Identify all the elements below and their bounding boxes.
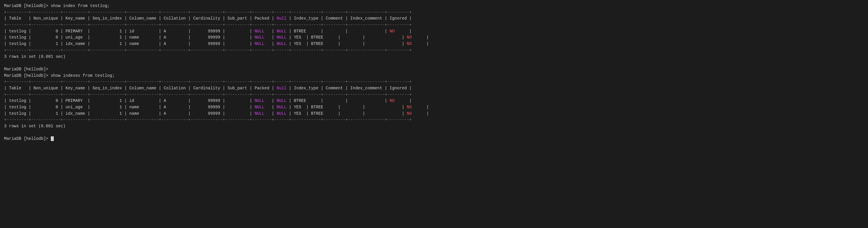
cursor-block [51,136,54,141]
table1-sep-bottom: +---------+------------+----------+-----… [4,47,864,54]
table1-sep-top: +---------+------------+----------+-----… [4,9,864,16]
blank-line-1 [4,60,864,66]
table2-row-1: | testlog | 0 | PRIMARY | 1 | id | A | 9… [4,98,864,104]
terminal-window: MariaDB [hellodb]> show index from testl… [4,3,864,142]
command-line-2: MariaDB [hellodb]> show indexes from tes… [4,73,864,79]
table1-header: | Table | Non_unique | Key_name | Seq_in… [4,15,864,22]
table2-header: | Table | Non_unique | Key_name | Seq_in… [4,85,864,92]
table2-row-3: | testlog | 1 | idx_name | 1 | name | A … [4,111,864,117]
table1-row-1: | testlog | 0 | PRIMARY | 1 | id | A | 9… [4,28,864,35]
table1-sep-header: +---------+------------+----------+-----… [4,22,864,28]
intermediate-prompt: MariaDB [hellodb]> [4,66,864,73]
row-count-2: 3 rows in set (0.001 sec) [4,123,864,130]
table2-sep-top: +---------+------------+----------+-----… [4,79,864,85]
blank-line-2 [4,130,864,136]
table1-row-3: | testlog | 1 | idx_name | 1 | name | A … [4,41,864,47]
table2-row-2: | testlog | 0 | uni_age | 1 | name | A |… [4,104,864,111]
row-count-1: 3 rows in set (0.001 sec) [4,54,864,60]
command-line-1: MariaDB [hellodb]> show index from testl… [4,3,864,9]
table1-row-2: | testlog | 0 | uni_age | 1 | name | A |… [4,34,864,41]
final-prompt[interactable]: MariaDB [hellodb]> [4,136,864,142]
table2-sep-bottom: +---------+------------+----------+-----… [4,117,864,123]
table2-sep-header: +---------+------------+----------+-----… [4,92,864,98]
